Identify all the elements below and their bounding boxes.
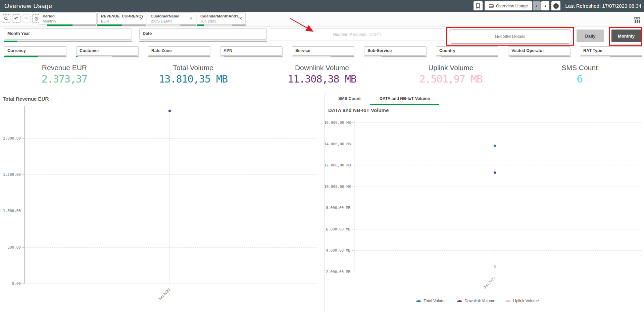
kpi-label: Downlink Volume [258, 64, 387, 72]
kpi-label: Uplink Volume [386, 64, 515, 72]
close-icon[interactable]: × [238, 16, 243, 21]
tick-mark [352, 208, 353, 208]
legend-marker [416, 301, 421, 302]
selections-tool-icon[interactable] [634, 17, 640, 23]
redo-icon: ↷ [24, 16, 29, 22]
daily-button[interactable]: Daily [577, 30, 604, 42]
selection-chip-revenue-currency[interactable]: REVENUE_CURRENCY EUR × [97, 12, 146, 24]
listbox-customer[interactable]: Customer [76, 46, 139, 56]
selection-bar [147, 24, 196, 26]
listbox-label: Date [140, 29, 266, 36]
number-of-records-box: Number of records : 179ⓘ [270, 28, 444, 41]
chevron-left-icon: ‹ [536, 3, 538, 9]
y-tick-label: 4.000,00 MB [324, 248, 350, 253]
bookmark-icon [476, 3, 480, 9]
selection-bar [580, 56, 642, 57]
y-tick-label: 8.000,00 MB [324, 206, 350, 210]
selection-bar [220, 56, 283, 57]
sheet-selector-button[interactable]: Overview Usage [485, 1, 532, 10]
legend-marker-dot [507, 300, 509, 302]
grid-line [169, 109, 170, 283]
page-title: Overview Usage [0, 2, 52, 10]
listbox-label: Customer [77, 47, 138, 53]
listbox-sub-service[interactable]: Sub-Service [364, 46, 427, 56]
listbox-rate-zone[interactable]: Rate Zone [148, 46, 210, 56]
grid-line [24, 138, 317, 139]
listbox-label: Sub-Service [364, 47, 426, 53]
smart-search-button[interactable] [2, 14, 10, 23]
data-point[interactable] [494, 265, 496, 268]
y-tick-label: 10.000,00 MB [324, 185, 350, 189]
listbox-visited-operator[interactable]: Visited Operator [508, 46, 571, 56]
chart-plot-area[interactable]: 16.000,00 MB14.000,00 MB12.000,00 MB10.0… [325, 93, 644, 312]
x-axis-line [354, 272, 641, 272]
legend-item[interactable]: Uplink Volume [505, 299, 539, 303]
selection-chip-period[interactable]: Period Monthly [39, 12, 97, 24]
y-tick-label: 0,00 [0, 281, 21, 286]
clear-selections-icon: ⊘ [34, 16, 39, 22]
tick-mark [22, 247, 24, 248]
grid-line [354, 187, 641, 187]
data-point[interactable] [494, 171, 496, 174]
tick-mark [22, 211, 24, 211]
data-point[interactable] [494, 145, 496, 147]
listbox-label: Country [436, 47, 498, 53]
grid-line [24, 247, 317, 248]
selection-chip-customer-name[interactable]: CustomerName BICS DEMO × [147, 12, 196, 24]
total-revenue-chart[interactable]: Total Revenue EUR 2.000,001.500,001.000,… [0, 93, 322, 312]
prev-sheet-button[interactable]: ‹ [533, 1, 541, 10]
undo-selection-button[interactable]: ↶ [12, 14, 20, 23]
listbox-month-year[interactable]: Month Year [4, 28, 132, 40]
grid-line [354, 144, 641, 144]
grid-line [354, 122, 641, 123]
x-axis-label: Jun 2023 [476, 276, 496, 296]
y-tick-label: 2.000,00 MB [324, 270, 350, 274]
kpi-value: 2.373,37 [0, 73, 129, 85]
listbox-label: Service [292, 47, 354, 53]
selection-bar [364, 56, 427, 57]
close-icon[interactable]: × [188, 16, 194, 21]
bookmark-button[interactable] [474, 1, 483, 10]
grid-line [24, 211, 317, 211]
monthly-button[interactable]: Monthly [611, 30, 641, 42]
grid-line [354, 250, 641, 251]
legend-marker [505, 301, 511, 302]
listbox-rat-type[interactable]: RAT Type [580, 46, 642, 56]
chart-plot-area[interactable]: 2.000,001.500,001.000,00500,000,00Jun 20… [0, 93, 322, 312]
listbox-label: Rate Zone [148, 47, 210, 53]
legend-item[interactable]: Downlink Volume [457, 299, 495, 303]
listbox-label: RAT Type [580, 47, 642, 53]
last-refreshed: Last Refreshed: 17/07/2023 08:34 [565, 3, 641, 9]
redo-selection-button[interactable]: ↷ [22, 14, 31, 23]
y-tick-label: 1.500,00 [0, 172, 21, 177]
selection-chip-calendar-month[interactable]: CalendarMonthAndY... Jun 2023 × [197, 12, 246, 24]
selection-bar [148, 56, 210, 57]
grid-line [354, 165, 641, 165]
listbox-date[interactable]: Date [139, 28, 267, 40]
listbox-service[interactable]: Service [292, 46, 354, 56]
listbox-label: Month Year [4, 29, 132, 36]
chevron-right-icon: › [544, 3, 547, 9]
tick-mark [352, 272, 353, 272]
listbox-label: APN [220, 47, 282, 53]
listbox-currency[interactable]: Currency [4, 46, 66, 56]
get-sim-details-button[interactable]: Get SIM Details [449, 29, 571, 44]
y-tick-label: 14.000,00 MB [324, 142, 350, 146]
grid-line [354, 208, 641, 208]
close-icon[interactable]: × [139, 16, 144, 21]
info-icon: i [553, 3, 559, 9]
legend-marker-dot [458, 300, 461, 302]
chip-value: Monthly [43, 19, 56, 23]
grid-line [24, 174, 317, 175]
legend-item[interactable]: Total Volume [416, 299, 447, 303]
data-point[interactable] [168, 110, 171, 112]
header-controls: Overview Usage ‹ › i Last Refreshed: 17/… [474, 0, 641, 12]
listbox-apn[interactable]: APN [220, 46, 283, 56]
next-sheet-button[interactable]: › [541, 1, 549, 10]
tick-mark [22, 174, 24, 175]
info-button[interactable]: i [551, 1, 560, 10]
app-header: Overview Usage Overview Usage ‹ [0, 0, 644, 12]
listbox-country[interactable]: Country [436, 46, 498, 56]
selection-bar [97, 24, 146, 26]
selection-bar [139, 41, 267, 42]
